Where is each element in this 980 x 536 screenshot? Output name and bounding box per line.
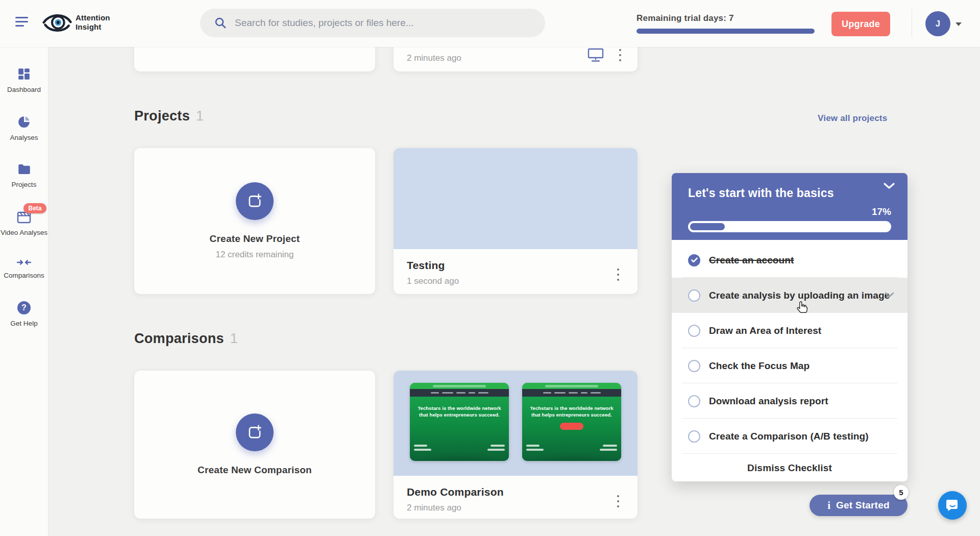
create-card-label: Create New Project (210, 233, 300, 245)
topbar: Attention Insight Remaining trial days: … (0, 0, 980, 47)
sidebar-item-comparisons[interactable]: Comparisons (0, 258, 48, 280)
thumb-header-bar (410, 383, 509, 389)
comparison-thumbnail-area[interactable]: Techstars is the worldwide network that … (394, 371, 638, 476)
search-input[interactable] (235, 17, 531, 29)
folder-icon (17, 163, 31, 176)
trial-progress-bar (636, 29, 815, 34)
comparison-card-info: Demo Comparison 2 minutes ago (407, 486, 504, 513)
trial-progress-fill (636, 29, 815, 34)
thumb-nav-bar (410, 389, 509, 397)
chat-launcher-button[interactable] (938, 491, 967, 520)
dashboard-grid-icon (17, 67, 31, 81)
unchecked-circle-icon (688, 430, 700, 443)
sidebar: Dashboard Analyses Projects Beta Video A… (0, 47, 48, 536)
sidebar-item-analyses[interactable]: Analyses (0, 115, 48, 142)
search-bar[interactable] (200, 9, 545, 37)
eye-logo-icon (42, 10, 72, 35)
checklist-header: Let's start with the basics 17% (672, 173, 908, 240)
checklist-item-focus-map[interactable]: Check the Focus Map (672, 348, 908, 383)
avatar[interactable]: J (925, 11, 950, 36)
upgrade-button[interactable]: Upgrade (831, 12, 890, 36)
onboarding-checklist: Let's start with the basics 17% Create a… (672, 173, 908, 481)
hand-cursor-icon (796, 300, 808, 314)
kebab-menu-icon[interactable] (617, 47, 623, 63)
checklist-item-create-comparison[interactable]: Create a Comparison (A/B testing) (672, 419, 908, 454)
section-count: 1 (230, 331, 238, 346)
project-card-info: Testing 1 second ago (407, 259, 459, 286)
compare-arrows-icon (16, 258, 32, 266)
sidebar-item-label: Projects (12, 180, 37, 189)
thumb-hero: Techstars is the worldwide network that … (522, 397, 621, 461)
project-thumbnail[interactable] (394, 148, 638, 249)
pie-chart-icon (17, 115, 31, 129)
search-icon (214, 17, 227, 29)
main-content: 2 minutes ago Projects1 View all project… (0, 47, 980, 536)
project-card-testing[interactable]: Testing 1 second ago (394, 148, 638, 294)
card-timestamp: 2 minutes ago (407, 53, 461, 63)
dismiss-checklist-button[interactable]: Dismiss Checklist (672, 454, 908, 482)
create-new-icon (247, 193, 263, 209)
unchecked-circle-icon (688, 325, 700, 337)
thumb-header-bar (522, 383, 621, 389)
comparison-thumb-b: Techstars is the worldwide network that … (522, 383, 621, 461)
checklist-item-upload-image[interactable]: Create analysis by uploading an image (672, 278, 908, 313)
create-new-project-button[interactable] (236, 182, 274, 220)
comparison-title: Demo Comparison (407, 486, 504, 498)
unchecked-circle-icon (688, 360, 700, 372)
check-icon (691, 257, 698, 263)
checklist-progress-bar (688, 221, 891, 232)
chat-bubble-icon (945, 498, 960, 513)
comparison-card-demo[interactable]: Techstars is the worldwide network that … (394, 371, 638, 519)
info-icon: i (827, 499, 830, 512)
checklist-item-draw-aoi[interactable]: Draw an Area of Interest (672, 313, 908, 348)
partial-card-left[interactable] (134, 47, 375, 71)
sidebar-item-label: Video Analyses (1, 228, 47, 237)
project-timestamp: 1 second ago (407, 276, 459, 286)
section-title: Comparisons (134, 331, 224, 346)
section-count: 1 (196, 108, 204, 124)
comparison-timestamp: 2 minutes ago (407, 503, 504, 513)
comparison-thumb-a: Techstars is the worldwide network that … (410, 383, 509, 461)
sidebar-item-get-help[interactable]: ? Get Help (0, 301, 48, 328)
project-title: Testing (407, 259, 459, 272)
sidebar-item-label: Comparisons (4, 271, 44, 280)
checklist-item-download-report[interactable]: Download analysis report (672, 383, 908, 419)
app-name: Attention Insight (76, 13, 110, 32)
chevron-down-icon[interactable] (885, 292, 894, 298)
checked-circle-icon (688, 254, 700, 266)
sidebar-item-label: Analyses (10, 133, 38, 142)
unchecked-circle-icon (688, 289, 700, 302)
checklist-title: Let's start with the basics (688, 186, 891, 200)
kebab-menu-icon[interactable] (615, 493, 621, 509)
help-icon: ? (17, 301, 31, 314)
create-new-comparison-card[interactable]: Create New Comparison (134, 371, 375, 519)
checklist-progress-label: 17% (688, 206, 891, 217)
thumb-cta-button (560, 423, 583, 430)
sidebar-item-video-analyses[interactable]: Beta Video Analyses (0, 210, 48, 237)
checklist-item-create-account[interactable]: Create an account (672, 242, 908, 278)
create-card-label: Create New Comparison (198, 465, 312, 476)
unchecked-circle-icon (688, 395, 700, 407)
monitor-icon[interactable] (587, 48, 604, 62)
sidebar-item-label: Get Help (10, 319, 37, 328)
notification-badge: 5 (894, 485, 909, 500)
get-started-button[interactable]: i Get Started (810, 495, 908, 516)
sidebar-item-dashboard[interactable]: Dashboard (0, 67, 48, 94)
beta-badge: Beta (23, 203, 46, 213)
trial-status: Remaining trial days: 7 (636, 13, 815, 34)
hamburger-icon[interactable] (15, 17, 29, 30)
sidebar-item-projects[interactable]: Projects (0, 163, 48, 189)
create-new-comparison-button[interactable] (236, 413, 274, 451)
partial-card-recent[interactable]: 2 minutes ago (394, 47, 638, 71)
create-new-icon (247, 424, 263, 441)
view-all-projects-link[interactable]: View all projects (818, 113, 887, 124)
caret-down-icon[interactable] (955, 22, 962, 26)
projects-section-header: Projects1 (134, 108, 204, 124)
thumb-hero: Techstars is the worldwide network that … (410, 397, 509, 461)
comparisons-section-header: Comparisons1 (134, 331, 238, 347)
chevron-down-icon[interactable] (883, 182, 895, 189)
checklist-progress-fill (690, 223, 725, 230)
app-logo[interactable]: Attention Insight (42, 10, 110, 35)
create-new-project-card[interactable]: Create New Project 12 credits remaining (134, 148, 375, 294)
kebab-menu-icon[interactable] (615, 266, 621, 283)
